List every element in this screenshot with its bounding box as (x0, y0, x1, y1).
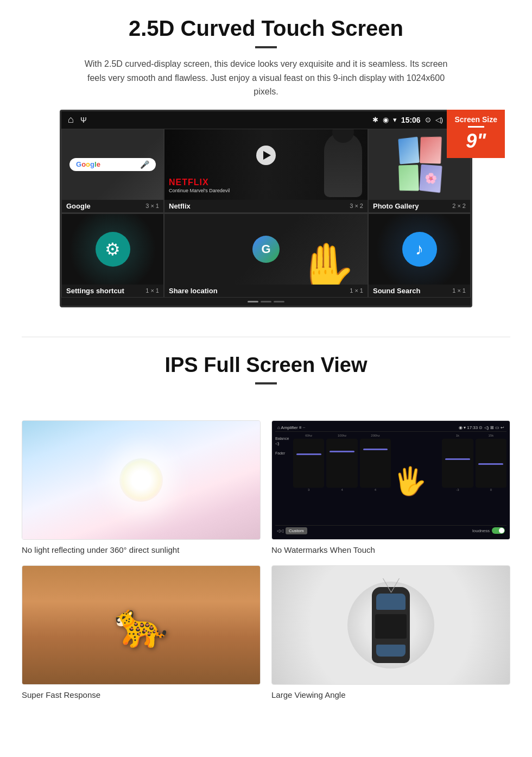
eq-slider-group-2: 100hz 4 (326, 434, 357, 491)
netflix-subtitle: Continue Marvel's Daredevil (169, 188, 230, 193)
car-visual (272, 566, 510, 684)
status-time: 15:06 (401, 116, 421, 124)
eq-slider-5 (476, 439, 506, 488)
app-cell-netflix[interactable]: NETFLIX Continue Marvel's Daredevil Netf… (164, 129, 368, 213)
eq-thumb-3 (363, 449, 388, 450)
eq-thumb-5 (478, 463, 503, 465)
google-label-row: Google 3 × 1 (62, 200, 163, 212)
eq-val-2: 4 (341, 488, 343, 491)
cheetah-icon: 🐆 (114, 600, 168, 651)
section1-description: With 2.5D curved-display screen, this de… (76, 57, 456, 99)
google-mic-icon[interactable]: 🎤 (140, 160, 149, 169)
gallery-label-row: Photo Gallery 2 × 2 (369, 200, 470, 212)
section-curved-screen: 2.5D Curved Touch Screen With 2.5D curve… (0, 0, 532, 320)
page-dot-3 (274, 301, 284, 302)
page-dot-1 (248, 301, 258, 302)
eq-val-3: 4 (375, 488, 376, 491)
badge-size: 9" (454, 130, 497, 153)
app-cell-sound[interactable]: ♪ Sound Search 1 × 1 (368, 213, 471, 298)
sunlight-visual (22, 421, 260, 539)
badge-bar (468, 126, 484, 128)
netflix-thumbnail: NETFLIX Continue Marvel's Daredevil (164, 129, 368, 200)
eq-hand-area: 🖐 (393, 465, 440, 497)
eq-freq-15k: 15k (488, 434, 493, 437)
usb-icon: Ψ (80, 116, 87, 124)
netflix-app-size: 3 × 2 (350, 203, 363, 209)
google-logo: Google (76, 160, 100, 168)
settings-thumbnail: ⚙ (62, 214, 163, 285)
section1-underline (255, 46, 277, 48)
eq-slider-group-3: 200hz 4 (360, 434, 391, 491)
cheetah-visual: 🐆 (22, 566, 260, 684)
car-label: Large Viewing Angle (271, 690, 510, 699)
cheetah-image: 🐆 (22, 565, 261, 685)
eq-freq-60: 60hz (305, 434, 312, 437)
eq-slider-group-1: 60hz 3 (293, 434, 324, 491)
screen-size-badge: Screen Size 9" (447, 110, 505, 158)
share-app-name: Share location (169, 287, 218, 295)
eq-slider-3 (360, 439, 391, 488)
eq-label-balance: Balance (275, 437, 292, 440)
google-search-bar[interactable]: Google 🎤 (69, 158, 156, 171)
eq-loudness-label: loudness (472, 528, 490, 533)
settings-app-size: 1 × 1 (145, 287, 159, 294)
eq-val-1: 3 (308, 488, 309, 491)
eq-status-time: ◉ ▾ 17:33 ⊙ ◁) ⊠ ▭ ↩ (459, 425, 504, 430)
eq-loudness-toggle[interactable] (492, 527, 505, 534)
device-screen: ⌂ Ψ ✱ ◉ ▾ 15:06 ⊙ ◁) ⊠ ▭ (60, 110, 472, 307)
section2-underline (255, 382, 277, 384)
eq-thumb-2 (330, 451, 354, 452)
settings-label-row: Settings shortcut 1 × 1 (62, 285, 163, 297)
eq-freq-1k: 1k (456, 434, 459, 437)
eq-val-5: 0 (490, 488, 492, 491)
eq-label: No Watermarks When Touch (271, 545, 510, 554)
location-icon: ◉ (383, 116, 389, 124)
eq-toggle-thumb (499, 528, 504, 533)
sound-label-row: Sound Search 1 × 1 (369, 285, 470, 297)
music-note-icon: ♪ (415, 240, 423, 258)
maps-g-icon: G (252, 236, 280, 263)
page-dot-2 (261, 301, 271, 302)
apps-top-row: Google 🎤 Google 3 × 1 (61, 129, 471, 213)
settings-icon-circle: ⚙ (96, 232, 130, 267)
volume-icon: ◁) (435, 116, 443, 124)
eq-prev-btn[interactable]: ◁◁ (277, 528, 283, 533)
sunlight-label: No light reflecting under 360° direct su… (22, 545, 261, 554)
sunlight-burst (119, 458, 163, 502)
eq-image: ⌂ Amplifier ≡ ·· ◉ ▾ 17:33 ⊙ ◁) ⊠ ▭ ↩ Ba… (271, 420, 510, 540)
google-app-name: Google (66, 202, 91, 210)
eq-slider-group-4: 1k -3 (442, 434, 473, 491)
eq-screen: ⌂ Amplifier ≡ ·· ◉ ▾ 17:33 ⊙ ◁) ⊠ ▭ ↩ Ba… (272, 421, 510, 539)
eq-custom-btn[interactable]: Custom (286, 527, 307, 534)
app-cell-share[interactable]: G 🤚 Share location 1 × 1 (164, 213, 368, 298)
feature-car: Large Viewing Angle (271, 565, 510, 699)
eq-status-bar: ⌂ Amplifier ≡ ·· ◉ ▾ 17:33 ⊙ ◁) ⊠ ▭ ↩ (275, 424, 506, 432)
google-app-size: 3 × 1 (145, 203, 159, 209)
eq-sliders: 60hz 3 100hz 4 (293, 434, 506, 491)
car-image (271, 565, 510, 685)
eq-val-4: -3 (456, 488, 459, 491)
app-cell-google[interactable]: Google 🎤 Google 3 × 1 (61, 129, 164, 213)
hand-touch-icon: 🖐 (393, 465, 427, 497)
netflix-logo: NETFLIX (169, 178, 230, 187)
section1-title: 2.5D Curved Touch Screen (33, 16, 499, 41)
music-icon-circle: ♪ (402, 232, 437, 267)
eq-freq-200: 200hz (371, 434, 379, 437)
gallery-app-name: Photo Gallery (373, 202, 419, 210)
device-wrapper: Screen Size 9" ⌂ Ψ ✱ ◉ ▾ 15:06 ⊙ ◁) ⊠ ▭ (60, 110, 472, 307)
section-ips: IPS Full Screen View (0, 354, 532, 409)
car-rear-window (376, 645, 406, 657)
app-cell-settings[interactable]: ⚙ Settings shortcut 1 × 1 (61, 213, 164, 298)
netflix-app-name: Netflix (169, 202, 191, 210)
status-bar: ⌂ Ψ ✱ ◉ ▾ 15:06 ⊙ ◁) ⊠ ▭ (61, 111, 471, 129)
car-top-container (358, 571, 423, 679)
eq-label-fader: Fader (275, 451, 292, 455)
netflix-label-row: Netflix 3 × 2 (164, 200, 368, 212)
eq-slider-2 (326, 439, 357, 488)
section-divider (22, 337, 510, 337)
eq-thumb-1 (296, 453, 321, 455)
hand-pointing-icon: 🤚 (296, 244, 357, 285)
netflix-play-button[interactable] (256, 146, 276, 165)
home-icon[interactable]: ⌂ (68, 114, 74, 125)
car-front-window (376, 594, 406, 610)
